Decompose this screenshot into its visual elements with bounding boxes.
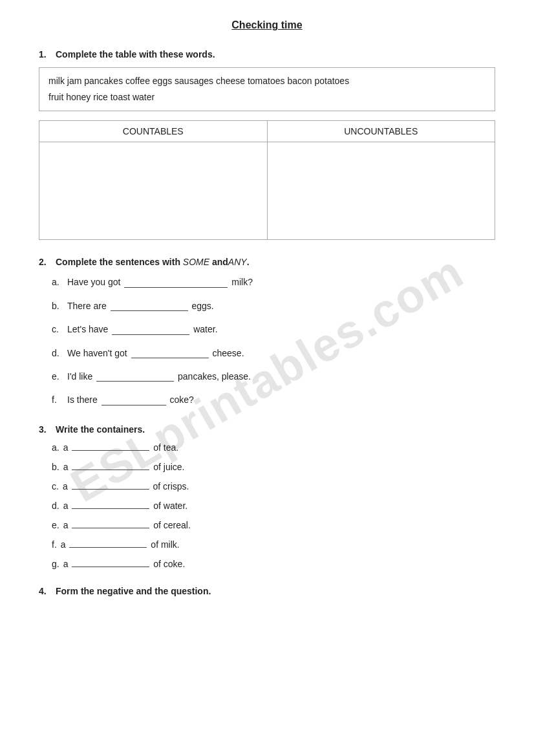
container-list: a. a of tea. b. a of juice. c. a of cris… xyxy=(39,442,495,569)
question-4-header: 4. Form the negative and the question. xyxy=(39,586,495,596)
blank-container-b xyxy=(72,470,149,470)
container-c-text: a of crisps. xyxy=(63,481,189,491)
sentence-c-text: Let's have water. xyxy=(67,322,218,336)
container-a: a. a of tea. xyxy=(52,442,495,453)
container-d-text: a of water. xyxy=(63,501,188,511)
blank-e xyxy=(96,381,174,382)
blank-container-c xyxy=(72,489,149,490)
any-text: ANY xyxy=(228,257,247,267)
sentence-f-text: Is there coke? xyxy=(67,393,194,407)
sentence-a-text: Have you got milk? xyxy=(67,275,253,289)
some-text: SOME xyxy=(183,257,209,267)
q2-number: 2. xyxy=(39,257,52,267)
table-body-row xyxy=(39,142,495,239)
sentence-d-text: We haven't got cheese. xyxy=(67,346,244,360)
sentence-b-text: There are eggs. xyxy=(67,299,214,313)
blank-container-e xyxy=(72,528,149,528)
container-b-label: b. xyxy=(52,462,59,472)
word-box-line2: fruit honey rice toast water xyxy=(48,89,486,105)
blank-d xyxy=(131,358,209,358)
question-2-header: 2. Complete the sentences with SOME andA… xyxy=(39,257,495,267)
sentence-e-label: e. xyxy=(52,371,63,382)
col1-header: COUNTABLES xyxy=(39,121,268,142)
container-a-text: a of tea. xyxy=(63,442,179,453)
sentence-d: d. We haven't got cheese. xyxy=(52,346,495,360)
uncountables-cell xyxy=(268,142,495,239)
sentence-b-label: b. xyxy=(52,301,63,311)
q4-label: Form the negative and the question. xyxy=(56,586,211,596)
table-header-row: COUNTABLES UNCOUNTABLES xyxy=(39,121,495,142)
container-f: f. a of milk. xyxy=(52,539,495,550)
blank-container-f xyxy=(69,547,147,548)
q2-label: Complete the sentences with SOME andANY. xyxy=(56,257,250,267)
sentence-e: e. I'd like pancakes, please. xyxy=(52,369,495,383)
q4-number: 4. xyxy=(39,586,52,596)
blank-f xyxy=(101,405,166,405)
container-e-text: a of cereal. xyxy=(63,520,191,530)
sentence-c-label: c. xyxy=(52,324,63,334)
container-f-text: a of milk. xyxy=(61,539,180,550)
container-c: c. a of crisps. xyxy=(52,481,495,491)
blank-container-d xyxy=(72,508,149,509)
countables-table: COUNTABLES UNCOUNTABLES xyxy=(39,120,495,240)
container-e: e. a of cereal. xyxy=(52,520,495,530)
q3-number: 3. xyxy=(39,424,52,435)
sentence-a-label: a. xyxy=(52,277,63,287)
container-g-text: a of coke. xyxy=(63,559,186,569)
sentence-d-label: d. xyxy=(52,348,63,358)
container-d: d. a of water. xyxy=(52,501,495,511)
sentence-list: a. Have you got milk? b. There are eggs.… xyxy=(39,275,495,407)
sentence-f-label: f. xyxy=(52,394,63,405)
blank-b xyxy=(111,310,188,311)
container-d-label: d. xyxy=(52,501,59,511)
question-1-header: 1. Complete the table with these words. xyxy=(39,49,495,59)
q1-label: Complete the table with these words. xyxy=(56,49,215,59)
question-1-block: 1. Complete the table with these words. … xyxy=(39,49,495,240)
sentence-b: b. There are eggs. xyxy=(52,299,495,313)
container-g: g. a of coke. xyxy=(52,559,495,569)
word-box-line1: milk jam pancakes coffee eggs sausages c… xyxy=(48,73,486,89)
container-b-text: a of juice. xyxy=(63,462,185,472)
sentence-e-text: I'd like pancakes, please. xyxy=(67,369,251,383)
sentence-a: a. Have you got milk? xyxy=(52,275,495,289)
countables-cell xyxy=(39,142,268,239)
container-e-label: e. xyxy=(52,520,59,530)
blank-container-g xyxy=(72,567,149,567)
question-2-block: 2. Complete the sentences with SOME andA… xyxy=(39,257,495,407)
blank-container-a xyxy=(72,450,149,451)
question-3-header: 3. Write the containers. xyxy=(39,424,495,435)
container-f-label: f. xyxy=(52,539,57,550)
question-4-block: 4. Form the negative and the question. xyxy=(39,586,495,596)
blank-a xyxy=(124,287,228,288)
container-a-label: a. xyxy=(52,442,59,453)
container-b: b. a of juice. xyxy=(52,462,495,472)
blank-c xyxy=(112,334,189,335)
sentence-f: f. Is there coke? xyxy=(52,393,495,407)
sentence-c: c. Let's have water. xyxy=(52,322,495,336)
page-title: Checking time xyxy=(39,19,495,31)
container-g-label: g. xyxy=(52,559,59,569)
q3-label: Write the containers. xyxy=(56,424,145,435)
word-box: milk jam pancakes coffee eggs sausages c… xyxy=(39,67,495,111)
q1-number: 1. xyxy=(39,49,52,59)
question-3-block: 3. Write the containers. a. a of tea. b.… xyxy=(39,424,495,569)
container-c-label: c. xyxy=(52,481,59,491)
col2-header: UNCOUNTABLES xyxy=(268,121,495,142)
